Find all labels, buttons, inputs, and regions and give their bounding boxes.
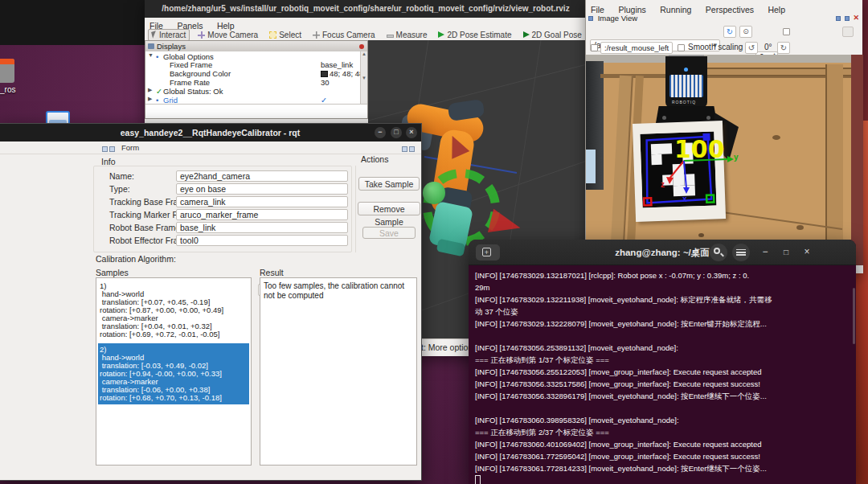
measure-tool-button[interactable]: Measure [383, 30, 431, 40]
name-field[interactable]: eye2hand_camera [176, 170, 348, 182]
mouse-left-topic-box[interactable]: :/result_mouse_left [600, 42, 673, 54]
terminal-scrollbar[interactable] [853, 288, 855, 344]
goal-pose-tool-button[interactable]: 2D Goal Pose [520, 30, 585, 40]
collapse-arrow-icon[interactable]: ▶ [148, 87, 152, 93]
close-dock-icon[interactable] [409, 146, 415, 152]
terminal-close-button[interactable]: × [798, 244, 816, 261]
tree-row-frame-rate[interactable]: Frame Rate 30 [145, 78, 367, 87]
tracking-base-frame-field[interactable]: camera_link [176, 196, 348, 207]
pose-estimate-tool-button[interactable]: 2D Pose Estimate [435, 30, 514, 40]
select-tool-button[interactable]: Select [266, 30, 305, 40]
terminal-line: [INFO] [1746783029.132187021] [rclcpp]: … [475, 269, 850, 281]
rqt-tab-bar: Form [0, 142, 421, 154]
image-view-window: File Plugins Running Perspectives Help I… [585, 0, 862, 273]
rviz-menubar: File Panels Help [145, 18, 587, 28]
background-window-corner [0, 0, 145, 45]
close-dock-icon[interactable]: ✕ [853, 14, 859, 22]
cursor-icon [151, 31, 158, 38]
folder-icon[interactable] [0, 59, 14, 83]
terminal-line: [INFO] [1746783056.332896179] [moveit_ey… [475, 390, 850, 402]
axis-z-label: z [661, 180, 665, 189]
field-label-robot-base: Robot Base Frame: [109, 223, 182, 232]
field-label-type: Type: [109, 184, 130, 194]
rqt-calibrator-window: easy_handeye2__RqtHandeyeCalibrator - rq… [0, 123, 422, 481]
reload-icon[interactable] [109, 146, 115, 152]
dock-buttons [834, 14, 850, 23]
rotation-value-label: 0° [764, 43, 772, 51]
folder-icon-tab [0, 59, 14, 64]
smooth-scaling-checkbox[interactable] [678, 44, 685, 51]
terminal-line: [INFO] [1746783061.772595042] [move_grou… [475, 450, 850, 462]
axis-x-label: x [682, 195, 687, 203]
maximize-button[interactable]: □ [391, 127, 402, 138]
terminal-output[interactable]: [INFO] [1746783029.132187021] [rclcpp]: … [469, 265, 856, 484]
desktop: _ros /home/zhang/ur5_ws/install/ur_robot… [0, 0, 868, 484]
hamburger-icon [736, 249, 746, 256]
dock-widget-icons [102, 144, 117, 153]
terminal-window: + zhang@zhang: ~/桌面 − □ × [INFO] [174678… [469, 240, 856, 484]
minimize-button[interactable]: − [375, 127, 386, 138]
image-view-menubar: File Plugins Running Perspectives Help [586, 0, 862, 14]
move-camera-tool-button[interactable]: Move Camera [194, 30, 261, 40]
save-image-button[interactable] [842, 27, 854, 37]
tree-row-fixed-frame[interactable]: Fixed Frame base_link [145, 60, 367, 69]
terminal-minimize-button[interactable]: − [756, 244, 774, 261]
terminal-line: === 正在移动到第 2/37 个标定位姿 === [475, 426, 850, 438]
rotate-ccw-button[interactable]: ↺ [745, 42, 758, 54]
displays-panel-header[interactable]: Displays [145, 41, 367, 51]
terminal-title-bar[interactable]: + zhang@zhang: ~/桌面 − □ × [469, 240, 856, 265]
dynamic-range-checkbox[interactable] [783, 28, 790, 35]
search-button[interactable] [710, 244, 727, 261]
robot-base-frame-field[interactable]: base_link [176, 222, 348, 233]
tree-row-background-color[interactable]: Background Color 48; 48; 48 [145, 69, 367, 78]
marker-id-label: 100 [674, 135, 725, 163]
close-button[interactable]: × [406, 127, 417, 138]
minimize-dock-icon[interactable] [845, 16, 850, 21]
tracking-marker-frame-field[interactable]: aruco_marker_frame [176, 209, 348, 220]
actions-header: Actions [361, 154, 388, 164]
dock-widget-icon [588, 16, 593, 21]
select-box-icon [269, 31, 276, 39]
field-label-name: Name: [109, 171, 134, 181]
image-view-dock-title[interactable]: Image View ✕ [586, 14, 862, 24]
rqt-title-bar[interactable]: easy_handeye2__RqtHandeyeCalibrator - rq… [0, 124, 421, 142]
mouse-left-checkbox[interactable] [591, 44, 598, 51]
terminal-cursor [475, 475, 481, 484]
terminal-line: [INFO] [1746783056.332517586] [move_grou… [475, 378, 850, 390]
collapse-arrow-icon[interactable]: ▶ [148, 96, 152, 102]
displays-scrollbar[interactable]: ▲▼ [360, 51, 367, 105]
axis-y-label: y [734, 153, 739, 162]
color-swatch [321, 71, 328, 77]
smooth-scaling-label: Smooth scaling [688, 43, 743, 51]
save-button[interactable]: Save [362, 227, 416, 239]
menu-button[interactable] [732, 244, 750, 261]
rotate-cw-button[interactable]: ↻ [777, 42, 790, 54]
type-field[interactable]: eye on base [176, 183, 348, 195]
focus-camera-tool-button[interactable]: Focus Camera [309, 30, 379, 40]
displays-panel: Displays ▼ • Global Options Fixed Frame … [145, 40, 368, 119]
rviz-title[interactable]: /home/zhang/ur5_ws/install/ur_robotiq_mo… [145, 0, 587, 18]
interact-tool-button[interactable]: Interact [148, 29, 190, 41]
take-sample-button[interactable]: Take Sample [358, 177, 420, 191]
zoom-1-button[interactable]: ⊙ [739, 26, 752, 38]
tree-row-global-status[interactable]: ▶ ✓ Global Status: Ok [145, 87, 367, 96]
terminal-line: [INFO] [1746783029.132211938] [moveit_ey… [475, 293, 850, 306]
samples-list[interactable]: 1) hand->world translation: [+0.07, +0.4… [96, 277, 252, 466]
refresh-topics-button[interactable]: ↻ [723, 26, 736, 38]
robot-effector-frame-field[interactable]: tool0 [176, 235, 348, 246]
tab-form[interactable]: Form [121, 143, 139, 152]
folder-label[interactable]: _ros [0, 85, 15, 94]
search-icon-tail [720, 253, 724, 257]
expand-arrow-icon[interactable]: ▼ [148, 52, 154, 58]
terminal-maximize-button[interactable]: □ [777, 244, 795, 261]
sample-item-1[interactable]: 1) hand->world translation: [+0.07, +0.4… [98, 280, 249, 341]
result-header: Result [260, 268, 284, 277]
undock-icon[interactable] [402, 146, 407, 152]
green-arrow-icon [438, 31, 444, 38]
terminal-line: 29m [475, 281, 850, 293]
undock-icon[interactable] [102, 146, 108, 152]
remove-sample-button[interactable]: Remove Sample [358, 202, 420, 215]
sample-item-2-selected[interactable]: 2) hand->world translation: [-0.03, +0.4… [98, 343, 249, 404]
undock-icon[interactable] [836, 16, 841, 21]
panel-close-icon[interactable] [359, 44, 364, 49]
